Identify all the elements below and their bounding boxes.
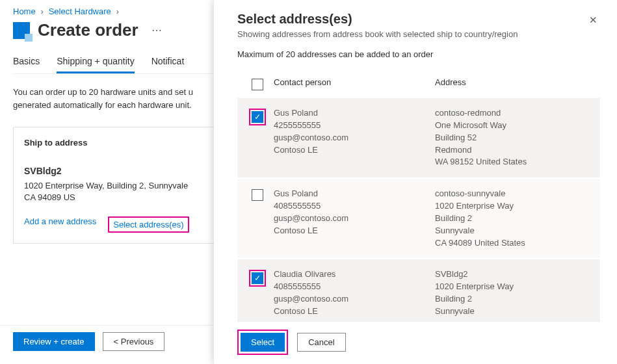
address-checkbox[interactable]: ✓ [252, 272, 263, 284]
tab-notifications[interactable]: Notificat [151, 56, 185, 73]
select-button[interactable]: Select [241, 333, 285, 352]
tab-basics[interactable]: Basics [13, 56, 40, 73]
chevron-right-icon: › [41, 7, 44, 16]
panel-footer: Select Cancel [237, 321, 600, 355]
review-create-button[interactable]: Review + create [13, 332, 95, 351]
ship-to-card: Ship to address SVBldg2 1020 Enterprise … [13, 127, 241, 244]
more-actions-button[interactable]: ⋯ [146, 21, 167, 39]
column-header-address: Address [435, 77, 596, 90]
address-row[interactable]: ✓Claudia Olivares4085555555gusp@contoso.… [237, 258, 600, 321]
contact-cell: Gus Poland4085555555gusp@contoso.comCont… [274, 188, 435, 237]
address-checkbox[interactable] [252, 189, 263, 201]
tab-shipping-quantity[interactable]: Shipping + quantity [57, 56, 134, 73]
address-cell: contoso-redmondOne Microsoft WayBuilding… [435, 107, 596, 168]
ship-address-name: SVBldg2 [24, 166, 230, 176]
panel-subtitle: Showing addresses from address book with… [237, 29, 518, 39]
select-addresses-link[interactable]: Select address(es) [113, 220, 183, 229]
ship-address-line: 1020 Enterprise Way, Building 2, Sunnyva… [24, 180, 230, 192]
ship-to-header: Ship to address [24, 138, 230, 148]
breadcrumb-select-hardware[interactable]: Select Hardware [49, 6, 111, 16]
select-address-panel: Select address(es) Showing addresses fro… [214, 0, 617, 364]
contact-cell: Claudia Olivares4085555555gusp@contoso.c… [274, 268, 435, 317]
previous-button[interactable]: < Previous [103, 332, 165, 351]
panel-note: Maximum of 20 addresses can be added to … [237, 49, 600, 59]
panel-title: Select address(es) [237, 12, 518, 27]
order-icon [13, 22, 30, 39]
address-row[interactable]: ✓Gus Poland4255555555gusp@contoso.comCon… [237, 97, 600, 177]
page-title: Create order [38, 20, 138, 40]
address-table: Contact person Address ✓Gus Poland425555… [237, 71, 600, 321]
address-checkbox[interactable]: ✓ [252, 111, 263, 123]
close-icon[interactable]: ✕ [586, 12, 600, 29]
chevron-right-icon: › [116, 7, 119, 16]
column-header-contact: Contact person [274, 77, 435, 90]
select-all-checkbox[interactable] [252, 79, 263, 90]
ship-address-line: CA 94089 US [24, 192, 230, 203]
address-cell: SVBldg21020 Enterprise WayBuilding 2Sunn… [435, 268, 596, 317]
breadcrumb-home[interactable]: Home [13, 6, 36, 16]
cancel-button[interactable]: Cancel [297, 333, 345, 352]
contact-cell: Gus Poland4255555555gusp@contoso.comCont… [274, 107, 435, 156]
address-cell: contoso-sunnyvale1020 Enterprise WayBuil… [435, 188, 596, 249]
add-new-address-link[interactable]: Add a new address [24, 216, 96, 233]
address-row[interactable]: Gus Poland4085555555gusp@contoso.comCont… [237, 177, 600, 258]
